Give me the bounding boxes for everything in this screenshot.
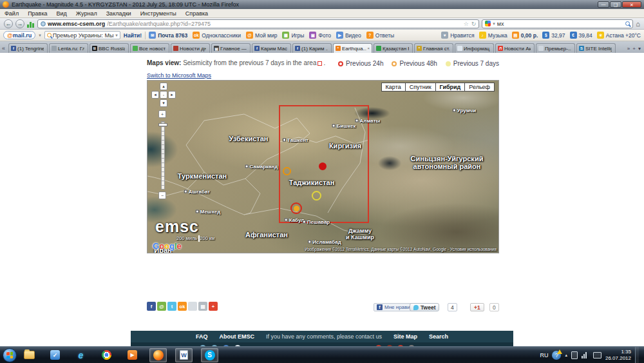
bookmark-star-icon[interactable]: ☆ [464,21,469,27]
clipboard-tray-icon[interactable] [571,351,578,359]
mailru-toolbar-item[interactable]: ☀ Астана +20°C [597,32,641,39]
map-type-button[interactable]: Спутник [405,83,436,92]
google-plus-one-button[interactable]: +1 [470,303,484,311]
switch-to-microsoft-maps-link[interactable]: Switch to Microsoft Maps [147,72,211,79]
forward-button[interactable]: → [15,19,24,28]
clock[interactable]: 1:35 26.07.2012 [605,349,631,362]
back-button[interactable]: ← [4,19,13,28]
mailru-toolbar-item[interactable]: ▶ Видео [336,32,361,39]
browser-tab[interactable]: f Карим Мас... [252,43,291,53]
browser-tab[interactable]: S SITE Intellig... [576,43,616,53]
browser-tab[interactable]: Қазақстан Р... [374,43,413,53]
start-button[interactable] [3,348,17,362]
myworld-share-icon[interactable]: @ [157,302,166,311]
scroll-tabs-left-icon[interactable]: « [1,45,7,53]
mailru-dropdown-icon[interactable]: ▾ [39,33,41,38]
mailru-agent-icon[interactable] [27,20,35,28]
network-tray-icon[interactable] [582,352,589,358]
mailru-toolbar-item[interactable]: @ Мой мир [246,32,277,39]
seismicity-map[interactable]: УзбекистанТуркменистанКиргизияТаджикиста… [147,80,499,253]
skype-taskbar-icon[interactable]: S [201,348,218,362]
menu-item[interactable]: Вид [52,10,71,17]
zoom-slider-track[interactable] [161,121,165,190]
browser-tab[interactable]: Новости дн... [171,43,210,53]
browser-tab[interactable]: Л Новости Ак... [495,43,535,53]
display-tray-icon[interactable] [593,352,601,358]
print-share-icon[interactable]: ▤ [198,302,207,311]
ie-taskbar-icon[interactable]: e [72,348,90,362]
menu-item[interactable]: Инструменты [136,10,181,17]
mailru-search-dropdown-icon[interactable]: ▾ [115,33,118,38]
search-magnifier-icon[interactable] [625,21,630,26]
footer-link[interactable]: About EMSC [219,333,254,340]
mailru-find-button[interactable]: Найти! [124,32,142,39]
browser-tab[interactable]: Все новост... [130,43,169,53]
pan-center-icon[interactable]: ◦ [160,91,167,99]
mailru-toolbar-item[interactable]: ▣ Фото [309,32,331,39]
media-player-taskbar-icon[interactable]: ▶ [124,348,141,362]
browser-tab[interactable]: * Главная ст... [414,43,453,53]
firefox-taskbar-icon[interactable] [149,348,167,362]
reload-icon[interactable]: ↻ [471,21,477,27]
zoom-in-button[interactable]: + [158,110,166,118]
odnoklassniki-share-icon[interactable]: ok [178,302,187,311]
pan-up-icon[interactable]: ▴ [160,83,167,90]
tab-close-icon[interactable]: × [368,46,370,50]
pan-down-icon[interactable]: ▾ [160,99,167,107]
zoom-slider-knob[interactable] [158,123,167,126]
map-type-button[interactable]: Гибрид [435,83,466,92]
home-icon[interactable]: ⌂ [636,20,640,28]
browser-tab[interactable]: Премьер-... [536,43,575,53]
mailru-toolbar-item[interactable]: ok Одноклассники [193,32,241,39]
maximize-button[interactable]: ❑ [610,1,621,8]
zoom-out-button[interactable]: − [158,191,166,199]
mailru-toolbar-item[interactable]: ✉ Почта 8763 [149,32,187,39]
browser-tab[interactable]: ▤ Главное — ... [211,43,251,53]
addthis-share-icon[interactable]: + [209,302,218,311]
google-search-box[interactable]: ▾ [482,19,633,28]
show-desktop-button[interactable] [635,347,639,363]
footer-link[interactable]: Search [429,333,448,340]
chrome-taskbar-icon[interactable] [98,348,115,362]
menu-item[interactable]: Справка [181,10,213,17]
mailru-toolbar-item[interactable]: ♥ Нравится [441,32,475,39]
action-center-icon[interactable]: ? [552,351,561,360]
minimize-button[interactable]: — [598,1,609,8]
footer-link[interactable]: Site Map [393,333,417,340]
new-tab-icon[interactable]: + [632,46,636,52]
twitter-share-icon[interactable]: t [167,302,176,311]
show-hidden-icons-icon[interactable]: ▴ [565,353,567,358]
scroll-tabs-right-icon[interactable]: » [627,46,630,52]
mailru-toolbar-item[interactable]: € 39,84 [570,32,592,39]
browser-tab[interactable]: * Earthqua... × [333,43,372,53]
menu-item[interactable]: Файл [0,10,23,17]
footer-link[interactable]: FAQ [196,333,208,340]
word-taskbar-icon[interactable]: W [175,348,193,362]
browser-tab[interactable]: f (1) Карим ... [292,43,332,53]
menu-item[interactable]: Журнал [71,10,102,17]
map-type-button[interactable]: Рельеф [464,83,495,92]
email-share-icon[interactable] [188,302,197,311]
facebook-share-icon[interactable]: f [147,302,156,311]
mailru-toolbar-item[interactable]: $ 32,97 [542,32,565,39]
mailru-agent-taskbar-icon[interactable]: ✓ [46,348,64,362]
address-bar[interactable]: www.emsc-csem.org /Earthquake/earthquake… [37,19,479,28]
browser-tab[interactable]: Lenta.ru: Гл... [49,43,88,53]
mailru-search-input[interactable] [53,32,114,39]
browser-tab[interactable]: Информац... [455,43,494,53]
language-indicator[interactable]: RU [540,352,548,358]
tweet-button[interactable]: Tweet [410,303,439,311]
mailru-toolbar-item[interactable]: ? Ответы [366,32,394,39]
mailru-toolbar-item[interactable]: ▤ 0,00 р. [512,32,538,39]
menu-item[interactable]: Закладки [102,10,136,17]
search-engine-dropdown-icon[interactable]: ▾ [493,21,495,26]
footer-link[interactable]: If you have any comments, please contact… [266,333,382,340]
pan-left-icon[interactable]: ◂ [151,91,159,99]
map-type-button[interactable]: Карта [381,83,406,92]
pan-right-icon[interactable]: ▸ [168,91,176,99]
mailru-toolbar-item[interactable]: ♪ Музыка [479,32,507,39]
search-input[interactable] [497,21,623,27]
browser-tab[interactable]: f (1) Tengrine... [8,43,48,53]
mailru-toolbar-item[interactable]: ▦ Игры [282,32,304,39]
list-tabs-icon[interactable]: ▾ [638,46,641,52]
